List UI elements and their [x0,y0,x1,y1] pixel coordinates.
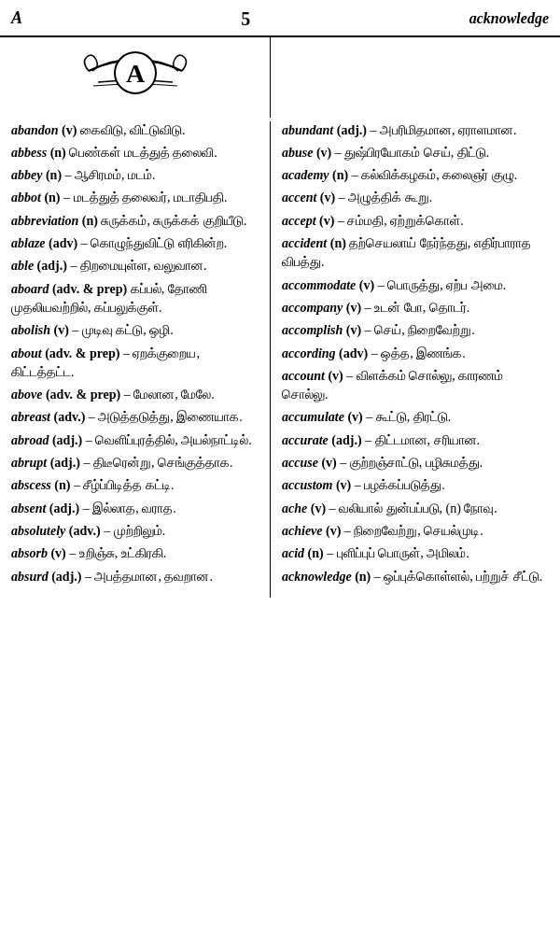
entry-def: – குற்றஞ்சாட்டு, பழிசுமத்து. [340,456,483,470]
entry-pos: (n) [308,546,328,560]
entry-word: accent [282,190,320,205]
entry-pos: (v) [50,546,69,560]
entry-def: – முடிவு கட்டு, ஒழி. [72,323,174,337]
entry-pos: (adv.) [69,524,104,538]
right-entry-12: accurate (adj.) – திட்டமான, சரியான. [282,431,553,450]
entry-def: பெண்கள் மடத்துத் தலைவி. [69,146,217,160]
dictionary-content: abandon (v) கைவிடு, விட்டுவிடு.abbess (n… [0,118,560,598]
svg-text:A: A [125,59,145,88]
entry-pos: (adj.) [52,433,86,447]
entry-word: absorb [11,546,50,560]
entry-word: accumulate [282,410,347,424]
entry-word: abbey [11,168,46,182]
left-entry-18: absurd (adj.) – அபத்தமான, தவறான. [11,568,262,586]
right-entry-0: abundant (adj.) – அபரிமிதமான, ஏராளமான. [282,121,553,140]
left-entry-13: abrupt (adj.) – திடீரென்று, செங்குத்தாக. [11,454,262,473]
entry-def: – திறமையுள்ள, வலுவான. [70,259,206,273]
entry-def: – ஒத்த, இணங்க. [371,346,466,360]
header-letter: A [11,7,22,30]
entry-word: aboard [11,282,52,296]
entry-pos: (n) [44,190,63,205]
entry-def: – சீழ்ப்பிடித்த கட்டி. [74,478,175,492]
entry-word: acknowledge [282,570,355,584]
entry-def: – ஒப்புக்கொள்ளல், பற்றுச் சீட்டு. [374,570,543,584]
entry-pos: (v) [54,323,73,337]
entry-word: abrupt [11,456,50,470]
page-header: A 5 acknowledge [0,0,560,37]
right-entry-3: accent (v) – அழுத்திக் கூறு. [282,189,553,207]
left-entry-0: abandon (v) கைவிடு, விட்டுவிடு. [11,121,262,140]
entry-pos: (v) [319,214,338,228]
header-last-word: acknowledge [469,8,549,29]
right-entry-7: accompany (v) – உடன் போ, தொடர். [282,299,553,317]
entry-pos: (adv) [49,236,81,250]
left-entry-10: above (adv. & prep) – மேலான, மேலே. [11,386,262,404]
left-entry-15: absent (adj.) – இல்லாத, வராத. [11,500,262,518]
entry-word: account [282,369,328,383]
entry-pos: (v) [359,278,378,292]
entry-pos: (adv. & prep) [46,388,124,402]
entry-def: – முற்றிலும். [104,524,165,538]
entry-pos: (v) [346,323,365,337]
entry-word: ablaze [11,236,49,250]
entry-pos: (adv) [339,346,371,360]
entry-def: – உடன் போ, தொடர். [365,301,470,315]
entry-def: – மேலான, மேலே. [124,388,215,402]
entry-def: – கொழுந்துவிட்டு எரிகின்ற. [81,236,228,250]
entry-def: சுருக்கம், சுருக்கக் குறியீடு. [101,214,246,228]
right-entry-16: achieve (v) – நிறைவேற்று, செயல்முடி. [282,522,553,541]
entry-def: – பழக்கப்படுத்து. [355,478,445,492]
entry-word: absent [11,501,49,515]
entry-word: able [11,259,37,273]
right-entry-17: acid (n) – புளிப்புப் பொருள், அமிலம். [282,544,553,563]
entry-pos: (n) [332,168,352,182]
left-column: abandon (v) கைவிடு, விட்டுவிடு.abbess (n… [0,121,271,598]
entry-pos: (v) [347,410,366,424]
entry-pos: (v) [328,369,346,383]
entry-def: – உறிஞ்சு, உட்கிரகி. [69,546,166,560]
left-entry-11: abreast (adv.) – அடுத்தடுத்து, இணையாக. [11,408,262,427]
entry-pos: (v) [346,301,365,315]
entry-def: – துஷ்பிரயோகம் செய், திட்டு. [335,146,490,160]
right-entry-1: abuse (v) – துஷ்பிரயோகம் செய், திட்டு. [282,144,553,162]
entry-pos: (adj.) [51,570,85,584]
entry-word: accurate [282,433,331,447]
left-entry-17: absorb (v) – உறிஞ்சு, உட்கிரகி. [11,544,262,563]
entry-pos: (adv.) [54,410,89,424]
right-entry-14: accustom (v) – பழக்கப்படுத்து. [282,476,553,495]
entry-word: abundant [282,123,337,137]
entry-word: abolish [11,323,54,337]
entry-pos: (n) [330,236,350,250]
entry-word: ache [282,501,311,515]
entry-word: absurd [11,570,51,584]
entry-def: – கூட்டு, திரட்டு. [366,410,451,424]
entry-def: – ஆசிரமம், மடம். [65,168,156,182]
entry-pos: (v) [316,146,335,160]
logo-svg: A [79,43,191,108]
right-entry-15: ache (v) – வலியால் துன்பப்படு, (n) நோவு. [282,500,553,518]
left-entry-16: absolutely (adv.) – முற்றிலும். [11,522,262,541]
entry-def: – அழுத்திக் கூறு. [339,190,433,205]
entry-pos: (v) [321,456,340,470]
left-entry-8: abolish (v) – முடிவு கட்டு, ஒழி. [11,321,262,340]
entry-def: – செய், நிறைவேற்று. [365,323,475,337]
entry-word: abandon [11,123,62,137]
entry-def: – திட்டமான, சரியான. [365,433,480,447]
entry-def: – அபரிமிதமான, ஏராளமான. [371,123,517,137]
entry-pos: (adv. & prep) [52,282,131,296]
right-entry-9: according (adv) – ஒத்த, இணங்க. [282,345,553,363]
entry-pos: (v) [311,501,329,515]
entry-def: – வெளிப்புரத்தில், அயல்நாட்டில். [86,433,252,447]
entry-def: – பொருத்து, ஏற்ப அமை. [378,278,507,292]
right-entry-10: account (v) – விளக்கம் சொல்லு, காரணம் சொ… [282,367,553,405]
entry-def: – திடீரென்று, செங்குத்தாக. [83,456,232,470]
entry-word: accomplish [282,323,346,337]
entry-def: – கல்விக்கழகம், கலைஞர் குழு. [352,168,518,182]
entry-pos: (v) [336,478,355,492]
entry-word: achieve [282,524,326,538]
entry-pos: (v) [62,123,80,137]
entry-pos: (adj.) [49,501,83,515]
left-entry-4: abbreviation (n) சுருக்கம், சுருக்கக் கு… [11,212,262,231]
left-entry-14: abscess (n) – சீழ்ப்பிடித்த கட்டி. [11,476,262,495]
entry-word: accompany [282,301,346,315]
